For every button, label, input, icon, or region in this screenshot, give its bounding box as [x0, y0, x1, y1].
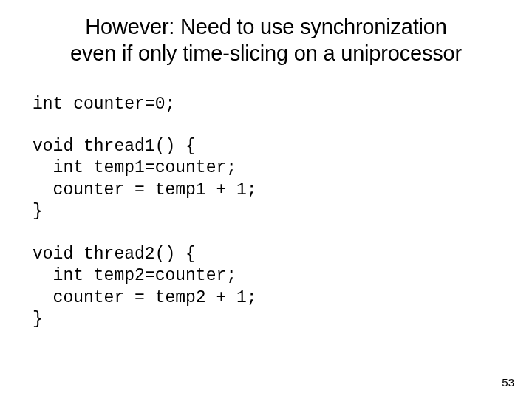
code-thread2: void thread2() { int temp2=counter; coun… — [33, 244, 523, 331]
title-line-2: even if only time-slicing on a uniproces… — [70, 41, 462, 65]
code-declaration: int counter=0; — [33, 94, 523, 115]
code-thread1: void thread1() { int temp1=counter; coun… — [33, 136, 523, 223]
page-title: However: Need to use synchronization eve… — [9, 13, 523, 67]
slide-container: However: Need to use synchronization eve… — [0, 0, 532, 399]
title-line-1: However: Need to use synchronization — [85, 15, 446, 38]
page-number: 53 — [502, 376, 514, 389]
